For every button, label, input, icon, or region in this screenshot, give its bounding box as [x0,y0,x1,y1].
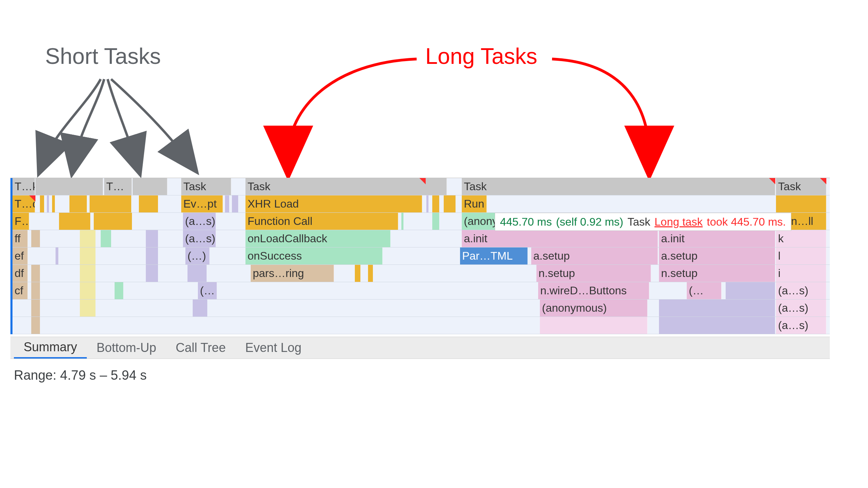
tooltip-long-task-link[interactable]: Long task [654,216,703,228]
call-block[interactable]: (…) [185,247,210,264]
call-block[interactable]: (a…s) [183,213,216,230]
tab-bottom-up[interactable]: Bottom-Up [87,337,166,359]
flame-tooltip: 445.70 ms (self 0.92 ms) Task Long task … [495,213,791,231]
task-block[interactable]: Task [181,178,231,195]
call-block[interactable]: pars…ring [251,265,334,282]
call-block[interactable]: XHR Load [245,195,422,212]
call-block[interactable]: (anonymous) [540,300,648,317]
call-block[interactable]: a.setup [659,247,775,264]
tooltip-trailer: took 445.70 ms. [707,216,786,228]
call-block[interactable]: (a…s) [776,282,826,299]
call-block[interactable]: n.setup [659,265,775,282]
flame-row-3: ff (a…s) onLoadCallback a.init a.init k [10,230,830,247]
annotation-long-tasks-label: Long Tasks [425,43,537,69]
flame-row-8: (a…s) [10,317,830,334]
call-block[interactable] [776,195,826,212]
task-block[interactable]: T…k [12,178,35,195]
call-block[interactable] [726,282,775,299]
call-block[interactable]: n.setup [536,265,651,282]
task-block[interactable]: T… [104,178,132,195]
tab-summary[interactable]: Summary [14,337,87,359]
call-block[interactable] [659,317,775,334]
call-block[interactable]: l [776,247,826,264]
call-block[interactable]: F…l [12,213,29,230]
call-block[interactable]: ff [12,230,28,247]
call-block[interactable]: onSuccess [245,247,383,264]
tooltip-self-time: (self 0.92 ms) [556,216,623,228]
task-block[interactable] [133,178,167,195]
call-block[interactable]: ef [12,247,28,264]
call-block[interactable]: Ev…pt [181,195,223,212]
call-block[interactable]: (… [198,282,217,299]
call-block[interactable]: Function Call [245,213,398,230]
task-block[interactable]: Task [776,178,826,195]
call-block[interactable]: n.wireD…Buttons [538,282,649,299]
task-block[interactable]: Task [245,178,447,195]
call-block[interactable] [659,300,775,317]
tab-event-log[interactable]: Event Log [235,337,311,359]
details-tabs: Summary Bottom-Up Call Tree Event Log [10,337,830,359]
call-block[interactable]: k [776,230,826,247]
flame-row-6: cf (… n.wireD…Buttons (… (a…s) [10,282,830,300]
call-block[interactable]: (… [687,282,721,299]
task-block[interactable] [35,178,103,195]
call-block[interactable]: a.setup [531,247,658,264]
call-block[interactable]: onLoadCallback [245,230,391,247]
tooltip-task-word: Task [627,216,650,228]
flame-chart[interactable]: T…k T… Task Task Task Task T…d Ev…pt XHR… [10,178,830,334]
annotation-short-tasks-label: Short Tasks [45,43,161,69]
call-block[interactable]: Par…TML [460,247,528,264]
flame-row-0: T…k T… Task Task Task Task [10,178,830,195]
call-block[interactable]: cf [12,282,28,299]
flame-row-1: T…d Ev…pt XHR Load Run 445.70 ms (self 0… [10,195,830,213]
call-block[interactable]: a.init [462,230,658,247]
call-block[interactable]: Run [462,195,487,212]
call-block[interactable]: (a…s) [183,230,216,247]
call-block[interactable]: a.init [659,230,775,247]
flame-row-7: (anonymous) (a…s) [10,300,830,317]
tooltip-time: 445.70 ms [500,216,552,228]
call-block[interactable]: (a…s) [776,317,826,334]
call-block[interactable]: df [12,265,28,282]
flame-row-4: ef (…) onSuccess Par…TML a.setup a.setup… [10,247,830,265]
task-block[interactable]: Task [462,178,775,195]
tab-call-tree[interactable]: Call Tree [166,337,235,359]
call-block[interactable]: i [776,265,826,282]
range-label: Range: 4.79 s – 5.94 s [14,368,147,383]
flame-row-5: df pars…ring n.setup n.setup i [10,265,830,282]
call-block[interactable]: (a…s) [776,300,826,317]
call-block[interactable] [540,317,648,334]
